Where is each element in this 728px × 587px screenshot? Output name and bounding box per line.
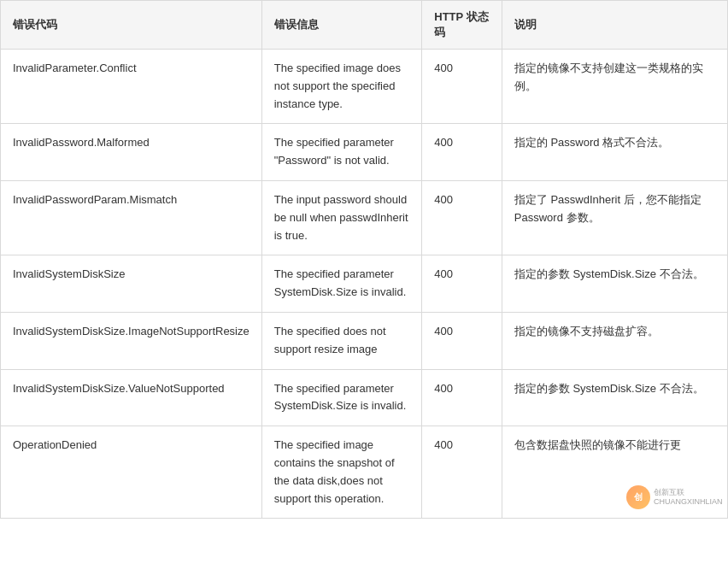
error-code-cell: InvalidSystemDiskSize.ValueNotSupported bbox=[1, 369, 261, 426]
table-row: OperationDeniedThe specified image conta… bbox=[1, 426, 727, 519]
header-http-status: HTTP 状态码 bbox=[422, 1, 502, 50]
description-cell: 指定的镜像不支持创建这一类规格的实例。 bbox=[502, 50, 727, 124]
table-row: InvalidSystemDiskSize.ValueNotSupportedT… bbox=[1, 369, 727, 426]
error-message-cell: The specified does not support resize im… bbox=[261, 312, 422, 369]
table-header-row: 错误代码 错误信息 HTTP 状态码 说明 bbox=[1, 1, 727, 50]
http-status-cell: 400 bbox=[422, 50, 502, 124]
error-message-cell: The specified parameter SystemDisk.Size … bbox=[261, 255, 422, 313]
header-description: 说明 bbox=[502, 1, 727, 50]
header-message: 错误信息 bbox=[261, 1, 422, 50]
table-row: InvalidSystemDiskSize.ImageNotSupportRes… bbox=[1, 312, 727, 369]
description-cell: 指定了 PasswdInherit 后，您不能指定 Password 参数。 bbox=[502, 180, 727, 255]
description-cell: 指定的参数 SystemDisk.Size 不合法。 bbox=[502, 255, 727, 313]
table-row: InvalidPasswordParam.MismatchThe input p… bbox=[1, 180, 727, 255]
http-status-cell: 400 bbox=[422, 426, 502, 519]
error-message-cell: The input password should be null when p… bbox=[261, 180, 422, 255]
http-status-cell: 400 bbox=[422, 369, 502, 426]
error-code-cell: OperationDenied bbox=[1, 426, 261, 519]
http-status-cell: 400 bbox=[422, 312, 502, 369]
table-row: InvalidParameter.ConflictThe specified i… bbox=[1, 50, 727, 124]
header-code: 错误代码 bbox=[1, 1, 261, 50]
table-row: InvalidPassword.MalformedThe specified p… bbox=[1, 124, 727, 181]
error-message-cell: The specified image does not support the… bbox=[261, 50, 422, 124]
http-status-cell: 400 bbox=[422, 255, 502, 313]
error-code-cell: InvalidSystemDiskSize.ImageNotSupportRes… bbox=[1, 312, 261, 369]
error-code-cell: InvalidPasswordParam.Mismatch bbox=[1, 180, 261, 255]
http-status-cell: 400 bbox=[422, 180, 502, 255]
watermark: 创创新互联CHUANGXINHLIAN bbox=[626, 484, 720, 511]
error-code-cell: InvalidSystemDiskSize bbox=[1, 255, 261, 313]
error-code-table: 错误代码 错误信息 HTTP 状态码 说明 InvalidParameter.C… bbox=[0, 0, 728, 519]
http-status-cell: 400 bbox=[422, 124, 502, 181]
description-cell: 指定的参数 SystemDisk.Size 不合法。 bbox=[502, 369, 727, 426]
error-message-cell: The specified parameter "Password" is no… bbox=[261, 124, 422, 181]
description-cell: 包含数据盘快照的镜像不能进行更创创新互联CHUANGXINHLIAN bbox=[502, 426, 727, 519]
error-code-cell: InvalidParameter.Conflict bbox=[1, 50, 261, 124]
error-message-cell: The specified parameter SystemDisk.Size … bbox=[261, 369, 422, 426]
error-message-cell: The specified image contains the snapsho… bbox=[261, 426, 422, 519]
error-code-cell: InvalidPassword.Malformed bbox=[1, 124, 261, 181]
description-cell: 指定的 Password 格式不合法。 bbox=[502, 124, 727, 181]
description-cell: 指定的镜像不支持磁盘扩容。 bbox=[502, 312, 727, 369]
table-row: InvalidSystemDiskSizeThe specified param… bbox=[1, 255, 727, 313]
